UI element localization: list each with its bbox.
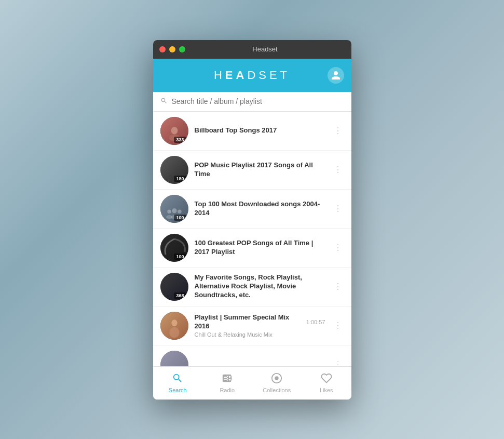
playlist-info: 100 Greatest POP Songs of All Time | 201… [195, 239, 325, 257]
svg-point-8 [171, 320, 177, 326]
search-bar [153, 92, 351, 112]
more-options-icon[interactable]: ⋮ [332, 318, 344, 332]
playlist-title: 100 Greatest POP Songs of All Time | 201… [195, 239, 325, 257]
playlist-thumbnail: 100 [160, 195, 188, 223]
list-item[interactable]: 100 Top 100 Most Downloaded songs 2004-2… [153, 190, 351, 229]
nav-item-radio[interactable]: Radio [202, 367, 252, 400]
list-item[interactable]: 333 Billboard Top Songs 2017 ⋮ [153, 112, 351, 151]
track-count: 100 [174, 215, 186, 221]
close-button[interactable] [159, 46, 166, 52]
nav-label-collections: Collections [263, 387, 291, 393]
playlist-thumbnail: 180 [160, 156, 188, 184]
maximize-button[interactable] [179, 46, 185, 52]
svg-point-0 [171, 127, 178, 134]
nav-label-likes: Likes [320, 387, 333, 393]
playlist-title: Top 100 Most Downloaded songs 2004-2014 [195, 200, 325, 218]
more-options-icon[interactable]: ⋮ [332, 357, 344, 366]
nav-item-search[interactable]: Search [153, 367, 203, 400]
search-input[interactable] [172, 97, 344, 105]
list-item[interactable]: Playlist | Summer Special Mix 2016 1:00:… [153, 307, 351, 345]
nav-label-search: Search [169, 387, 187, 393]
account-icon[interactable] [328, 67, 344, 84]
title-bar: Headset [153, 40, 351, 59]
more-options-icon[interactable]: ⋮ [332, 202, 344, 216]
collections-nav-icon [271, 373, 282, 385]
playlist-time: 1:00:57 [306, 319, 325, 325]
more-options-icon[interactable]: ⋮ [332, 163, 344, 177]
list-item[interactable]: 368 My Favorite Songs, Rock Playlist, Al… [153, 268, 351, 307]
radio-nav-icon [222, 373, 233, 385]
app-header: HEADSET [153, 59, 351, 92]
playlist-thumbnail: 333 [160, 117, 188, 145]
playlist-title: POP Music Playlist 2017 Songs of All Tim… [195, 161, 325, 179]
playlist-info: My Favorite Songs, Rock Playlist, Altern… [195, 273, 325, 300]
playlist-thumbnail: 368 [160, 273, 188, 301]
list-item[interactable]: ⋮ [153, 345, 351, 366]
playlist-thumbnail: 100 [160, 234, 188, 262]
app-logo: HEADSET [214, 69, 290, 82]
traffic-lights [159, 46, 185, 52]
playlist-info: Top 100 Most Downloaded songs 2004-2014 [195, 200, 325, 218]
playlist-subtitle: Chill Out & Relaxing Music Mix [195, 331, 325, 338]
window-title: Headset [185, 45, 345, 53]
nav-item-collections[interactable]: Collections [252, 367, 302, 400]
playlist-title: My Favorite Songs, Rock Playlist, Altern… [195, 273, 325, 300]
more-options-icon[interactable]: ⋮ [332, 124, 344, 138]
playlist-thumbnail [160, 312, 188, 340]
track-count: 100 [174, 254, 186, 260]
likes-nav-icon [321, 373, 332, 385]
playlist-info: POP Music Playlist 2017 Songs of All Tim… [195, 161, 325, 179]
playlist-thumbnail [160, 351, 188, 366]
playlist-title: Playlist | Summer Special Mix 2016 [195, 313, 304, 331]
minimize-button[interactable] [169, 46, 175, 52]
list-item[interactable]: 100 100 Greatest POP Songs of All Time |… [153, 229, 351, 268]
track-count: 180 [174, 176, 186, 182]
nav-item-likes[interactable]: Likes [302, 367, 351, 400]
nav-label-radio: Radio [220, 387, 235, 393]
track-count: 333 [174, 137, 186, 143]
playlist-info: Billboard Top Songs 2017 [195, 126, 325, 135]
svg-point-2 [167, 209, 171, 214]
svg-point-4 [178, 209, 182, 214]
more-options-icon[interactable]: ⋮ [332, 280, 344, 294]
playlist-info: Playlist | Summer Special Mix 2016 1:00:… [195, 313, 325, 338]
svg-point-3 [172, 208, 176, 213]
playlist-title: Billboard Top Songs 2017 [195, 126, 325, 135]
more-options-icon[interactable]: ⋮ [332, 241, 344, 255]
search-icon [160, 97, 168, 106]
list-item[interactable]: 180 POP Music Playlist 2017 Songs of All… [153, 151, 351, 190]
track-count: 368 [174, 292, 186, 299]
search-nav-icon [172, 373, 183, 385]
app-window: Headset HEADSET [153, 40, 351, 400]
svg-point-11 [275, 376, 279, 380]
svg-point-9 [169, 327, 179, 338]
playlist-meta: Playlist | Summer Special Mix 2016 1:00:… [195, 313, 325, 331]
playlist-list: 333 Billboard Top Songs 2017 ⋮ 180 POP M… [153, 112, 351, 366]
bottom-nav: Search Radio Collections [153, 366, 351, 400]
